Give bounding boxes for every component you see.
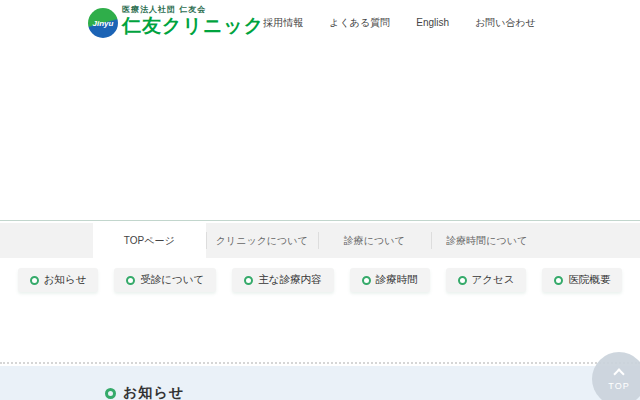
logo-clinic-name: 仁友クリニック: [122, 16, 264, 35]
ring-bullet-icon: [244, 276, 253, 285]
tab-medical-care[interactable]: 診療について: [318, 223, 431, 258]
clinic-logo[interactable]: Jinyu 医療法人社団 仁友会 仁友クリニック: [88, 6, 264, 38]
quick-link-label: 受診について: [140, 273, 204, 287]
tab-consultation-hours[interactable]: 診療時間について: [431, 223, 544, 258]
news-section: [0, 366, 640, 400]
quick-link-services[interactable]: 主な診療内容: [232, 268, 333, 292]
main-tab-bar: TOPページ クリニックについて 診療について 診療時間について: [0, 223, 640, 258]
utility-nav: 採用情報 よくある質問 English お問い合わせ: [263, 0, 536, 45]
quick-link-label: 主な診療内容: [258, 273, 321, 287]
quick-link-access[interactable]: アクセス: [446, 268, 527, 292]
site-header: Jinyu 医療法人社団 仁友会 仁友クリニック 採用情報 よくある質問 Eng…: [0, 0, 640, 45]
ring-bullet-icon: [126, 276, 135, 285]
ring-bullet-icon: [458, 276, 467, 285]
quick-link-label: 医院概要: [568, 273, 610, 287]
nav-link-faq[interactable]: よくある質問: [329, 16, 390, 30]
news-section-heading: お知らせ: [105, 384, 184, 400]
ring-bullet-icon: [105, 388, 116, 399]
quick-link-hours[interactable]: 診療時間: [350, 268, 430, 292]
ring-bullet-icon: [362, 276, 371, 285]
dotted-divider: [0, 362, 640, 364]
news-heading-text: お知らせ: [123, 384, 184, 400]
chevron-up-icon: [613, 368, 624, 379]
tab-top-page[interactable]: TOPページ: [93, 223, 206, 258]
hero-image-placeholder: [0, 45, 640, 220]
quick-link-overview[interactable]: 医院概要: [542, 268, 622, 292]
tab-about-clinic[interactable]: クリニックについて: [206, 223, 319, 258]
quick-link-label: 診療時間: [376, 273, 418, 287]
back-to-top-button[interactable]: TOP: [592, 352, 640, 400]
logo-org-name: 医療法人社団 仁友会: [122, 6, 264, 14]
logo-text-block: 医療法人社団 仁友会 仁友クリニック: [122, 6, 264, 35]
back-to-top-label: TOP: [608, 381, 629, 391]
quick-links-row: お知らせ 受診について 主な診療内容 診療時間 アクセス 医院概要: [0, 268, 640, 292]
nav-link-recruit[interactable]: 採用情報: [263, 16, 303, 30]
clinic-logo-mark-icon: Jinyu: [88, 8, 118, 38]
tab-row: TOPページ クリニックについて 診療について 診療時間について: [93, 223, 543, 258]
nav-link-english[interactable]: English: [416, 17, 449, 28]
nav-link-contact[interactable]: お問い合わせ: [475, 16, 536, 30]
quick-link-label: お知らせ: [44, 273, 87, 287]
tab-bar-accent-line: [0, 220, 640, 221]
quick-link-news[interactable]: お知らせ: [18, 268, 99, 292]
ring-bullet-icon: [554, 276, 563, 285]
quick-link-label: アクセス: [472, 273, 515, 287]
ring-bullet-icon: [30, 276, 39, 285]
quick-link-visit-info[interactable]: 受診について: [114, 268, 216, 292]
